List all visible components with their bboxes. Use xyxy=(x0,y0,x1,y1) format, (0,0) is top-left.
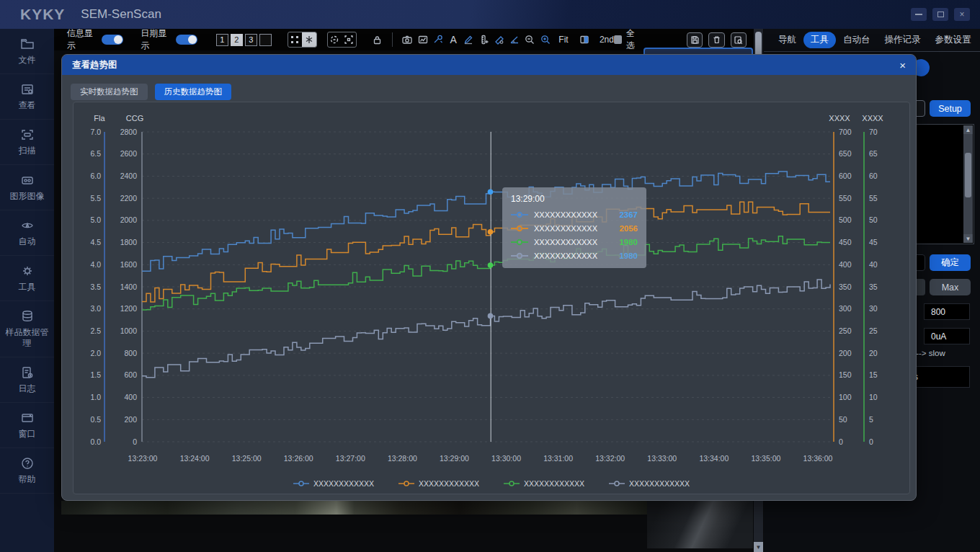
svg-text:13:32:00: 13:32:00 xyxy=(595,454,625,463)
tab-realtime-trend[interactable]: 实时数据趋势图 xyxy=(71,84,148,100)
page-button-3[interactable]: 3 xyxy=(245,34,257,46)
legend-item[interactable]: XXXXXXXXXXXX xyxy=(504,479,584,488)
sidebar-item-file[interactable]: 文件 xyxy=(0,29,54,74)
svg-text:0: 0 xyxy=(839,437,843,446)
trend-chart-panel[interactable]: FlaCCGXXXXXXXX7.02800700706.52600650656.… xyxy=(73,102,910,494)
svg-text:13:31:00: 13:31:00 xyxy=(543,454,573,463)
current-input[interactable]: 0uA xyxy=(924,328,970,344)
zoom-in-icon[interactable] xyxy=(538,32,553,48)
info-toggle[interactable] xyxy=(102,35,123,45)
svg-text:13:34:00: 13:34:00 xyxy=(699,454,729,463)
scroll-down-icon[interactable]: ▼ xyxy=(963,234,973,243)
setup-button[interactable]: Setup xyxy=(930,100,971,117)
sidebar-item-help[interactable]: 帮助 xyxy=(0,448,54,494)
sidebar-item-sample-data[interactable]: 样品数据管理 xyxy=(0,301,54,357)
svg-text:0.5: 0.5 xyxy=(90,415,101,424)
tab-operation-log[interactable]: 操作记录 xyxy=(878,32,928,48)
svg-text:1000: 1000 xyxy=(120,326,138,335)
svg-text:550: 550 xyxy=(839,194,852,202)
tab-tools[interactable]: 工具 xyxy=(803,32,836,48)
listbox-scrollbar-thumb[interactable] xyxy=(965,153,971,197)
voltage-input[interactable]: 800 xyxy=(924,303,970,320)
svg-text:30: 30 xyxy=(869,304,878,313)
svg-text:400: 400 xyxy=(124,393,137,401)
sidebar-item-label: 文件 xyxy=(19,55,36,66)
page-button-2[interactable]: 2 xyxy=(231,34,243,46)
corner-target-icon[interactable] xyxy=(342,32,355,47)
legend-item[interactable]: XXXXXXXXXXXX xyxy=(609,479,690,488)
right-tab-bar: 导航 工具 自动台 操作记录 参数设置 xyxy=(764,29,980,51)
gear-icon xyxy=(20,264,35,278)
sidebar-item-image[interactable]: 图形图像 xyxy=(0,165,54,210)
angle-icon[interactable] xyxy=(507,32,522,48)
svg-text:70: 70 xyxy=(869,128,878,136)
date-toggle[interactable] xyxy=(176,35,197,45)
tooltip-row: XXXXXXXXXXXX 1980 xyxy=(511,251,638,260)
log-icon xyxy=(20,365,35,380)
sidebar-item-label: 查看 xyxy=(19,100,36,111)
scroll-up-icon[interactable]: ▲ xyxy=(963,125,973,134)
sidebar-item-scan[interactable]: 扫描 xyxy=(0,120,54,165)
svg-text:600: 600 xyxy=(839,172,852,180)
text-tool-icon[interactable]: A xyxy=(446,32,461,48)
select-all-checkbox[interactable] xyxy=(614,35,622,44)
tooltip-row: XXXXXXXXXXXX 2056 xyxy=(511,224,638,233)
svg-text:1.0: 1.0 xyxy=(90,393,101,401)
select-all-label: 全选 xyxy=(626,27,642,52)
second-detector-button[interactable]: 2nd xyxy=(600,35,614,45)
ruler-add-icon[interactable] xyxy=(476,32,491,48)
sidebar-item-tools[interactable]: 工具 xyxy=(0,256,54,301)
tab-navigation[interactable]: 导航 xyxy=(771,32,803,48)
fit-button[interactable]: Fit xyxy=(558,35,568,45)
zoom-out-icon[interactable] xyxy=(522,32,538,48)
svg-text:6.5: 6.5 xyxy=(90,149,101,158)
page-button-4[interactable] xyxy=(259,34,272,46)
sidebar-item-view[interactable]: 查看 xyxy=(0,74,54,120)
close-icon: × xyxy=(959,10,964,19)
legend-item[interactable]: XXXXXXXXXXXX xyxy=(398,479,479,488)
lock-icon[interactable] xyxy=(370,32,385,48)
svg-text:35: 35 xyxy=(869,282,878,291)
max-button[interactable]: Max xyxy=(930,279,971,295)
save-button[interactable] xyxy=(687,32,703,48)
confirm-button[interactable]: 确定 xyxy=(930,254,971,271)
delete-button[interactable] xyxy=(708,32,724,48)
caliper-icon[interactable] xyxy=(491,32,507,48)
pen-icon[interactable] xyxy=(461,32,476,48)
series-marker-icon xyxy=(504,480,520,487)
minimize-button[interactable] xyxy=(911,8,927,21)
tools-icon[interactable] xyxy=(430,32,445,48)
svg-text:13:24:00: 13:24:00 xyxy=(180,454,210,463)
circle-dashed-icon[interactable] xyxy=(328,32,342,47)
svg-text:600: 600 xyxy=(124,370,137,379)
histogram-icon[interactable] xyxy=(415,32,430,48)
legend-item[interactable]: XXXXXXXXXXXX xyxy=(293,479,374,488)
scrollbar-down-button[interactable]: ▼ xyxy=(754,542,763,552)
sidebar-item-window[interactable]: 窗口 xyxy=(0,403,54,448)
dialog-close-button[interactable]: × xyxy=(899,60,906,71)
svg-text:50: 50 xyxy=(869,215,878,224)
listbox-scrollbar[interactable]: ▲ ▼ xyxy=(963,125,973,243)
maximize-button[interactable] xyxy=(932,8,948,21)
tab-parameter-settings[interactable]: 参数设置 xyxy=(928,32,979,48)
dialog-title: 查看趋势图 xyxy=(72,59,117,71)
sidebar-item-auto[interactable]: 自动 xyxy=(0,210,54,256)
camera-icon[interactable] xyxy=(400,32,415,48)
svg-text:5: 5 xyxy=(869,415,873,424)
tab-history-trend[interactable]: 历史数据趋势图 xyxy=(155,84,232,100)
dialog-header[interactable]: 查看趋势图 × xyxy=(62,55,916,75)
page-button-1[interactable]: 1 xyxy=(216,34,228,46)
asterisk-grid-icon[interactable] xyxy=(302,32,316,47)
svg-text:200: 200 xyxy=(839,349,852,357)
contrast-icon[interactable] xyxy=(577,32,592,48)
close-button[interactable]: × xyxy=(954,8,970,21)
tab-auto-stage[interactable]: 自动台 xyxy=(836,32,878,48)
trend-chart-svg[interactable]: FlaCCGXXXXXXXX7.02800700706.52600650656.… xyxy=(74,102,911,498)
dots-expand-icon[interactable] xyxy=(288,32,302,47)
detector-listbox[interactable]: ▲ ▼ xyxy=(906,124,974,244)
svg-text:25: 25 xyxy=(869,326,878,335)
svg-text:0: 0 xyxy=(869,437,873,446)
auto-icon xyxy=(20,218,35,233)
sidebar-item-log[interactable]: 日志 xyxy=(0,357,54,403)
preview-button[interactable] xyxy=(731,32,747,48)
